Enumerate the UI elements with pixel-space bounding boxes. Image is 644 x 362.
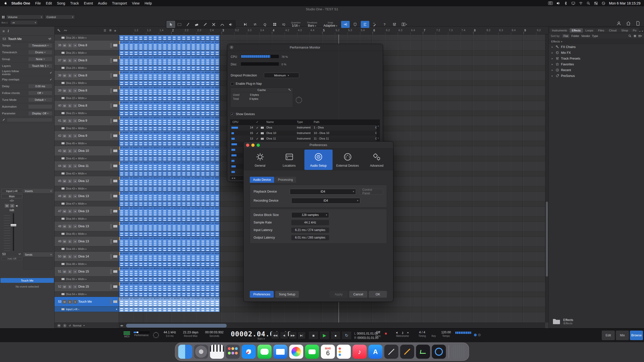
midi-input-select[interactable]: MIdIn ▾ (78, 262, 87, 265)
disclosure-icon[interactable]: ▸ (552, 74, 554, 77)
midi-clip-layer[interactable] (119, 66, 220, 71)
display-icon[interactable] (571, 1, 575, 5)
pencil-icon[interactable] (2, 118, 5, 121)
track-row-44[interactable]: 44MS●Diva 11 (55, 161, 119, 171)
home-icon[interactable] (626, 21, 631, 26)
arrow-tool-button[interactable] (167, 21, 175, 28)
solo-button[interactable]: S (68, 209, 72, 213)
mute-button[interactable]: M (62, 224, 67, 228)
disclosure-icon[interactable]: ▸ (552, 69, 554, 71)
midi-clip[interactable]: xh MONC xh MONC xh MONC xh MONC xh MONC … (119, 116, 220, 126)
midi-clip-layer[interactable] (119, 96, 220, 101)
apply-button[interactable]: Apply (330, 291, 348, 298)
monitor-button[interactable]: ● (116, 308, 117, 310)
midi-clip[interactable]: xh MONC xh MONC xh MONC xh MONC xh MONC … (119, 176, 220, 186)
go-to-end-button[interactable]: ▶| (298, 332, 306, 339)
midi-clip[interactable]: xh MONC xh MONC xh MONC xh MONC xh MONC … (119, 222, 220, 231)
midi-clip-layer[interactable] (119, 51, 220, 56)
bend-tool-button[interactable] (218, 21, 226, 28)
inspector-value-follow-chords[interactable]: Off ▾ (28, 91, 52, 95)
list-view-icon[interactable]: ▤▾ (638, 34, 642, 37)
global-solo-button[interactable]: S (63, 324, 67, 328)
prefs-tab-locations[interactable]: Locations (275, 150, 303, 170)
dock-mail-icon[interactable] (273, 345, 288, 359)
inspector-value-layers-follow-events[interactable]: ✓ (28, 70, 52, 75)
track-row-42[interactable]: 42MS●Diva 9 (55, 131, 119, 141)
output-select[interactable]: Diva 50 ▾ (66, 127, 77, 130)
output-select[interactable]: Diva 48 ▾ (66, 262, 77, 265)
prefs-tab-advanced[interactable]: Advanced (363, 150, 391, 170)
solo-button[interactable]: S (68, 104, 72, 108)
record-arm-button[interactable]: ● (73, 59, 77, 62)
output-select[interactable]: Diva 42 ▾ (66, 172, 77, 175)
solo-button[interactable]: S (68, 240, 72, 243)
automation-mode-select[interactable]: Auto: Off (1, 257, 22, 260)
midi-clip[interactable]: xh MONC xh MONC xh MONC xh MONC xh MONC … (119, 297, 220, 307)
plugin-nap-checkbox[interactable] (231, 82, 234, 85)
menu-help[interactable]: Help (145, 1, 152, 5)
track-io-row-50[interactable]: Diva 48 ▾MIdIn ▾ (55, 261, 119, 267)
output-select[interactable]: Diva 55 ▾ (66, 278, 77, 281)
minimize-button[interactable] (251, 144, 255, 147)
record-arm-button[interactable]: ● (73, 285, 77, 289)
prefs-subtab-processing[interactable]: Processing (275, 177, 296, 183)
midi-clip-layer[interactable] (119, 247, 220, 252)
solo-button[interactable]: S (68, 300, 72, 304)
dock-messages-icon[interactable] (258, 345, 272, 359)
menu-transport[interactable]: Transport (112, 1, 127, 5)
track-row-51[interactable]: 51MS●Diva 15 (55, 267, 119, 277)
inspector-value-play-overlaps[interactable]: ✓ (28, 77, 52, 82)
range-tool-button[interactable] (175, 21, 184, 28)
midi-input-select[interactable]: MIdIn ▾ (78, 142, 87, 145)
track-row-37[interactable]: 37MS●Diva 8 (55, 56, 119, 65)
dock-safari-icon[interactable] (242, 345, 256, 359)
dock-terminal-icon[interactable] (416, 345, 430, 359)
disclosure-icon[interactable]: ▸ (552, 51, 554, 54)
mute-button[interactable]: M (62, 43, 67, 47)
track-size-select[interactable]: Normal (73, 324, 82, 327)
control-link-select[interactable]: Control▾ (45, 15, 75, 19)
click-volume-icon[interactable] (406, 331, 410, 334)
track-io-row-53[interactable]: Input L+R ▾● (55, 307, 119, 312)
track-io-row-48[interactable]: Diva 45 ▾MIdIn ▾ (55, 231, 119, 237)
mute-button[interactable]: M (62, 270, 67, 274)
mute-button[interactable]: M (62, 240, 67, 243)
doc-icon[interactable] (635, 21, 640, 26)
disclosure-icon[interactable]: ▸ (552, 63, 554, 66)
solo-button[interactable]: S (68, 89, 72, 93)
loop-follow-button[interactable] (251, 21, 259, 28)
volume-fader[interactable] (1, 213, 22, 251)
solo-button[interactable]: S (68, 149, 72, 153)
vertical-scrollbar[interactable] (545, 34, 548, 323)
preferences-button[interactable]: Preferences (250, 291, 274, 298)
control-panel-button[interactable]: Control Panel (359, 189, 383, 195)
siri-icon[interactable] (601, 1, 606, 5)
sort-option-flat[interactable]: Flat (562, 34, 569, 38)
menu-edit[interactable]: Edit (46, 1, 52, 5)
horizontal-scroll-thumb[interactable] (126, 324, 227, 328)
midi-clip[interactable]: xh MONC xh MONC xh MONC xh MONC xh MONC … (119, 101, 220, 111)
dock-midi-keyboard-icon[interactable] (210, 345, 224, 359)
device-row[interactable]: 14✓DivaInstrument1 - Diva0 (230, 125, 380, 130)
monitor-speaker-icon[interactable] (15, 204, 19, 208)
prefs-tab-external-devices[interactable]: External Devices (334, 150, 362, 170)
dock-music-icon[interactable]: ♪ (353, 345, 367, 359)
views-button[interactable]: ▾ (400, 21, 409, 28)
song-setup-button[interactable]: Song Setup (275, 291, 299, 298)
track-row-40[interactable]: 40MS●Diva 8 (55, 101, 119, 111)
inserts-panel-header[interactable]: Inserts▾ (23, 189, 53, 193)
play-marker-button[interactable] (241, 21, 250, 28)
mute-button[interactable]: M (62, 134, 67, 138)
vertical-scroll-thumb[interactable] (546, 202, 548, 277)
mute-button[interactable]: M (62, 179, 67, 183)
loop-button[interactable]: ↻ (342, 331, 352, 340)
sort-option-type[interactable]: Type (592, 34, 598, 37)
dock-studio-one-icon[interactable] (432, 345, 446, 359)
device-block-size-select[interactable]: 128 samples▾ (291, 212, 329, 218)
tree-item-favorites[interactable]: ▸Favorites (549, 61, 644, 67)
channel-solo-button[interactable]: S (10, 204, 14, 208)
midi-clip[interactable]: xh MONC xh MONC xh MONC xh MONC xh MONC … (119, 56, 220, 65)
prefs-tab-audio-setup[interactable]: Audio Setup (304, 150, 333, 170)
volume-readout[interactable]: 0dB (1, 209, 22, 212)
midi-input-select[interactable]: MIdIn ▾ (78, 217, 87, 220)
